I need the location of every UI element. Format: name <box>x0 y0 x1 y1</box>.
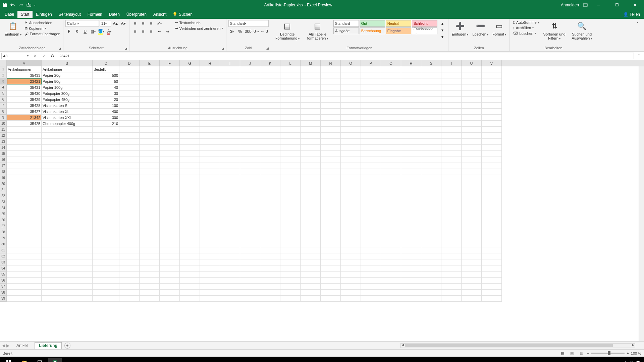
cell[interactable] <box>240 229 260 235</box>
cell[interactable] <box>462 84 482 90</box>
cell[interactable] <box>280 97 301 103</box>
cell[interactable] <box>93 211 119 217</box>
cell[interactable] <box>260 284 280 290</box>
delete-cells-button[interactable]: ➖Löschen <box>471 20 490 37</box>
cell[interactable] <box>93 253 119 259</box>
cell[interactable] <box>341 78 361 84</box>
cell[interactable] <box>421 241 441 247</box>
cell[interactable]: 300 <box>93 115 119 121</box>
cell[interactable] <box>42 290 93 296</box>
cell[interactable] <box>160 205 180 211</box>
cell[interactable] <box>119 259 140 265</box>
copy-button[interactable]: ⧉Kopieren <box>24 26 61 31</box>
cell[interactable] <box>462 265 482 272</box>
cell[interactable] <box>220 241 240 247</box>
cell[interactable] <box>482 241 502 247</box>
cell[interactable] <box>160 121 180 127</box>
cell[interactable] <box>260 181 280 187</box>
cell[interactable] <box>220 211 240 217</box>
cell[interactable] <box>421 175 441 181</box>
cell[interactable] <box>7 253 42 259</box>
cell[interactable] <box>7 278 42 284</box>
cell[interactable] <box>482 175 502 181</box>
cell[interactable] <box>119 241 140 247</box>
column-header[interactable]: T <box>441 60 462 66</box>
column-header[interactable]: M <box>301 60 321 66</box>
cell[interactable] <box>381 272 401 278</box>
taskbar-app[interactable]: 🗔 <box>33 358 46 362</box>
row-header[interactable]: 31 <box>0 247 7 253</box>
cell[interactable] <box>180 151 200 157</box>
cell[interactable] <box>160 223 180 229</box>
cell[interactable] <box>421 284 441 290</box>
cell[interactable] <box>321 290 341 296</box>
redo-icon[interactable] <box>18 2 23 8</box>
cell[interactable] <box>7 175 42 181</box>
cell[interactable] <box>421 121 441 127</box>
cell[interactable] <box>280 259 301 265</box>
cell[interactable] <box>361 84 381 90</box>
minimize-button[interactable]: ─ <box>592 0 606 10</box>
cell[interactable] <box>381 72 401 78</box>
cell[interactable] <box>220 133 240 139</box>
cell[interactable] <box>441 290 462 296</box>
column-header[interactable]: Q <box>381 60 401 66</box>
font-size-combo[interactable]: 11 <box>100 20 111 27</box>
cell[interactable] <box>381 229 401 235</box>
cell[interactable] <box>180 163 200 169</box>
cell[interactable] <box>421 259 441 265</box>
cell[interactable] <box>401 175 421 181</box>
cell[interactable] <box>160 163 180 169</box>
cell[interactable] <box>200 217 220 223</box>
maximize-button[interactable]: ☐ <box>610 0 624 10</box>
cell[interactable] <box>119 253 140 259</box>
cell[interactable] <box>361 175 381 181</box>
cell[interactable] <box>140 241 160 247</box>
cell[interactable] <box>421 272 441 278</box>
cell[interactable] <box>140 187 160 193</box>
cell[interactable] <box>160 296 180 302</box>
cell[interactable] <box>361 145 381 151</box>
cell[interactable] <box>361 181 381 187</box>
cell[interactable] <box>240 84 260 90</box>
cell[interactable] <box>441 139 462 145</box>
cell[interactable] <box>301 199 321 205</box>
column-header[interactable]: O <box>341 60 361 66</box>
ribbon-display-icon[interactable] <box>583 3 588 7</box>
cell[interactable] <box>220 139 240 145</box>
cell[interactable] <box>482 229 502 235</box>
autosum-button[interactable]: ΣAutoSumme <box>512 20 540 25</box>
cell[interactable] <box>441 205 462 211</box>
cell[interactable] <box>341 169 361 175</box>
cell[interactable] <box>93 205 119 211</box>
cell[interactable] <box>240 272 260 278</box>
cell[interactable] <box>361 284 381 290</box>
cell[interactable] <box>200 163 220 169</box>
cell[interactable] <box>140 97 160 103</box>
cell[interactable] <box>140 139 160 145</box>
cell[interactable] <box>361 223 381 229</box>
cell[interactable] <box>7 223 42 229</box>
cell[interactable] <box>421 217 441 223</box>
cell[interactable] <box>321 247 341 253</box>
cell[interactable] <box>482 217 502 223</box>
cell[interactable] <box>341 241 361 247</box>
zoom-level[interactable]: 100 % <box>631 351 641 355</box>
cell[interactable] <box>321 72 341 78</box>
font-dialog-launcher[interactable]: ◢ <box>124 46 128 51</box>
cell[interactable] <box>220 157 240 163</box>
decrease-font-button[interactable]: A▾ <box>120 20 127 27</box>
cell[interactable] <box>160 181 180 187</box>
cell[interactable] <box>220 72 240 78</box>
zoom-in-button[interactable]: + <box>627 351 629 355</box>
close-button[interactable]: ✕ <box>628 0 642 10</box>
cell[interactable] <box>220 109 240 115</box>
cell[interactable] <box>119 296 140 302</box>
cell[interactable] <box>441 145 462 151</box>
sheet-nav-next[interactable]: ▶ <box>6 343 9 348</box>
cell[interactable] <box>421 145 441 151</box>
cell[interactable] <box>7 187 42 193</box>
cell[interactable] <box>321 217 341 223</box>
cell[interactable] <box>301 181 321 187</box>
cell-style-input[interactable]: Eingabe <box>386 27 411 34</box>
